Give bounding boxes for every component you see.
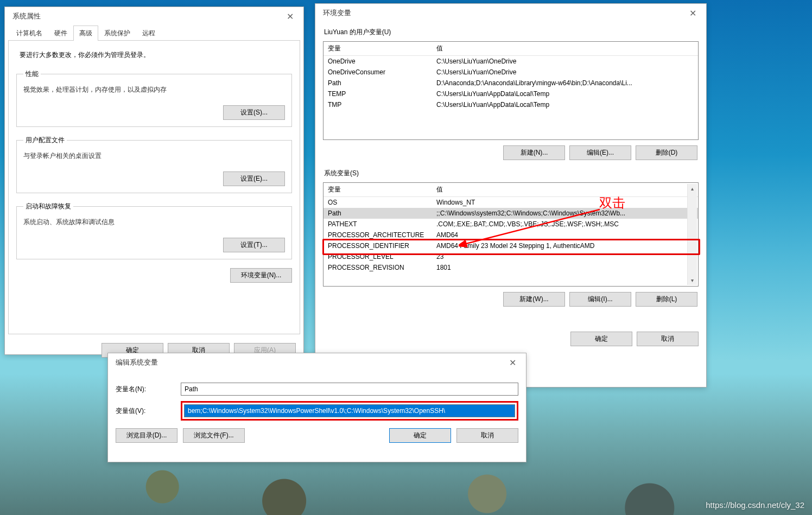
window-title: 编辑系统变量 [116,358,158,367]
tab-strip: 计算机名 硬件 高级 系统保护 远程 [8,26,300,41]
close-icon[interactable]: ✕ [504,357,522,369]
col-value[interactable]: 值 [432,42,698,56]
list-row[interactable]: PATHEXT.COM;.EXE;.BAT;.CMD;.VBS;.VBE;.JS… [323,219,698,230]
close-icon[interactable]: ✕ [281,10,299,23]
tab-system-protection[interactable]: 系统保护 [98,26,136,41]
startup-legend: 启动和故障恢复 [23,202,73,211]
var-name-input[interactable] [181,383,518,396]
system-properties-window: 系统属性 ✕ 计算机名 硬件 高级 系统保护 远程 要进行大多数更改，你必须作为… [4,7,304,355]
var-value-label: 变量值(V): [116,406,181,416]
list-row[interactable]: PROCESSOR_LEVEL23 [323,251,698,262]
list-row[interactable]: PROCESSOR_IDENTIFIERAMD64 Family 23 Mode… [323,240,698,251]
list-header: 变量 值 [323,183,698,197]
list-row[interactable]: TEMPC:\Users\LiuYuan\AppData\Local\Temp [323,88,698,99]
edit-sys-var-button[interactable]: 编辑(I)... [569,292,631,307]
sys-vars-list[interactable]: 变量 值 OSWindows_NT Path;;C:\Windows\syste… [323,182,699,287]
window-title: 系统属性 [12,11,41,21]
user-profile-text: 与登录帐户相关的桌面设置 [23,149,285,167]
list-row[interactable]: PROCESSOR_REVISION1801 [323,262,698,273]
edit-system-variable-window: 编辑系统变量 ✕ 变量名(N): 变量值(V): 浏览目录(D)... 浏览文件… [107,353,526,462]
user-profile-group: 用户配置文件 与登录帐户相关的桌面设置 设置(E)... [16,136,292,193]
ok-button[interactable]: 确定 [570,332,632,346]
close-icon[interactable]: ✕ [684,7,702,20]
list-row[interactable]: OSWindows_NT [323,197,698,208]
cancel-button[interactable]: 取消 [637,332,699,346]
tab-remote[interactable]: 远程 [136,26,161,41]
list-row[interactable]: PROCESSOR_ARCHITECTUREAMD64 [323,230,698,240]
scroll-up-icon[interactable]: ▴ [688,184,697,193]
startup-group: 启动和故障恢复 系统启动、系统故障和调试信息 设置(T)... [16,202,292,259]
tab-hardware[interactable]: 硬件 [48,26,73,41]
scroll-down-icon[interactable]: ▾ [688,276,697,285]
titlebar: 环境变量 ✕ [315,4,706,22]
ok-button[interactable]: 确定 [389,428,451,443]
list-row-path[interactable]: Path;;C:\Windows\system32;C:\Windows;C:\… [323,208,698,219]
tab-computer-name[interactable]: 计算机名 [10,26,48,41]
env-vars-button[interactable]: 环境变量(N)... [230,268,292,283]
list-row[interactable]: OneDriveConsumerC:\Users\LiuYuan\OneDriv… [323,67,698,78]
performance-text: 视觉效果，处理器计划，内存使用，以及虚拟内存 [23,83,285,101]
titlebar: 系统属性 ✕ [5,7,303,26]
col-variable[interactable]: 变量 [323,42,432,56]
list-header: 变量 值 [323,42,698,56]
col-value[interactable]: 值 [432,183,698,197]
user-vars-heading: LiuYuan 的用户变量(U) [323,28,699,39]
sys-vars-heading: 系统变量(S) [323,169,699,180]
col-variable[interactable]: 变量 [323,183,432,197]
list-row[interactable]: PathD:\Anaconda;D:\Anaconda\Library\ming… [323,78,698,88]
user-profile-settings-button[interactable]: 设置(E)... [223,171,285,186]
tab-advanced[interactable]: 高级 [73,26,98,41]
performance-group: 性能 视觉效果，处理器计划，内存使用，以及虚拟内存 设置(S)... [16,69,292,127]
startup-text: 系统启动、系统故障和调试信息 [23,215,285,233]
user-profile-legend: 用户配置文件 [23,136,67,145]
new-user-var-button[interactable]: 新建(N)... [503,145,565,160]
list-row[interactable]: OneDriveC:\Users\LiuYuan\OneDrive [323,56,698,67]
startup-settings-button[interactable]: 设置(T)... [223,238,285,252]
admin-note: 要进行大多数更改，你必须作为管理员登录。 [16,46,292,64]
user-vars-list[interactable]: 变量 值 OneDriveC:\Users\LiuYuan\OneDrive O… [323,41,699,140]
cancel-button[interactable]: 取消 [456,428,518,443]
delete-user-var-button[interactable]: 删除(D) [636,145,697,160]
performance-settings-button[interactable]: 设置(S)... [223,105,285,120]
list-row[interactable]: TMPC:\Users\LiuYuan\AppData\Local\Temp [323,99,698,110]
browse-file-button[interactable]: 浏览文件(F)... [183,428,245,443]
edit-user-var-button[interactable]: 编辑(E)... [569,145,631,160]
titlebar: 编辑系统变量 ✕ [108,353,526,372]
browse-dir-button[interactable]: 浏览目录(D)... [116,428,177,443]
performance-legend: 性能 [23,69,41,79]
new-sys-var-button[interactable]: 新建(W)... [503,292,565,307]
environment-variables-window: 环境变量 ✕ LiuYuan 的用户变量(U) 变量 值 OneDriveC:\… [315,3,707,387]
delete-sys-var-button[interactable]: 删除(L) [636,292,697,307]
window-title: 环境变量 [323,8,351,18]
scrollbar[interactable]: ▴ ▾ [687,184,697,285]
var-value-input[interactable] [184,404,515,417]
var-name-label: 变量名(N): [116,385,181,394]
watermark: https://blog.csdn.net/cly_32 [706,500,804,510]
